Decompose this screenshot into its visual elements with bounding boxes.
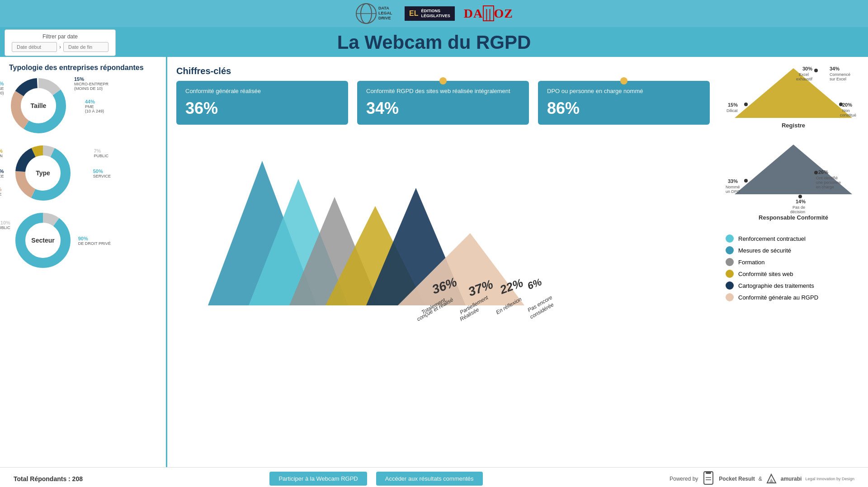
date-start-input[interactable] [12, 42, 57, 52]
filter-section: Filtrer par date › [5, 29, 116, 56]
kpi-1-value: 36% [185, 99, 339, 118]
type-donut: Type [14, 144, 72, 202]
left-panel-title: Typologie des entreprises répondantes [9, 64, 157, 72]
svg-point-51 [744, 103, 748, 106]
svg-rect-67 [706, 472, 711, 474]
svg-text:Type: Type [36, 169, 50, 177]
legend-color-2 [726, 258, 734, 266]
kpi-card-3: DPO ou personne en charge nommé 86% [538, 81, 710, 125]
bottom-bar: Total Répondants : 208 Participer à la W… [0, 467, 868, 487]
participer-button[interactable]: Participer à la Webcam RGPD [269, 472, 367, 486]
svg-text:Ont identifié: Ont identifié [816, 176, 838, 180]
secteur-section: 10% DE DROIT PUBLIC Secteur 90% DE DROIT… [9, 211, 157, 272]
kpi-card-1: Conformité générale réalisée 36% [176, 81, 348, 125]
responsable-triangle-svg: 33% Nommé un DPO 26% Ont identifié une p… [726, 140, 861, 199]
bottom-buttons: Participer à la Webcam RGPD Accéder aux … [269, 472, 482, 486]
type-donut-wrapper: 7% ASSOCIATION 17% COMMERCE 19% INDUSTRI… [9, 144, 157, 204]
svg-text:26%: 26% [818, 169, 828, 175]
kpi-card-2: Conformité RGPD des sites web réalisée i… [357, 81, 529, 125]
legend-color-3 [726, 270, 734, 278]
filter-title: Filtrer par date [12, 33, 108, 40]
legend-item-4: Cartographie des traitements [726, 281, 861, 290]
header-bar: DATA LEGAL DRIVE EL ÉDITIONSLÉGISLATIVES… [0, 0, 868, 27]
kpi-3-dot [620, 77, 627, 84]
pocket-result-label: Pocket Result [719, 476, 755, 482]
svg-text:30%: 30% [802, 66, 812, 71]
responsable-chart: 33% Nommé un DPO 26% Ont identifié une p… [726, 140, 861, 221]
pocket-result-icon [702, 471, 715, 487]
svg-point-63 [744, 179, 748, 183]
svg-text:6%: 6% [526, 276, 543, 291]
legend-item-1: Mesures de sécurité [726, 246, 861, 254]
filter-inputs: › [12, 42, 108, 52]
legend-label-3: Conformité sites web [738, 271, 793, 277]
kpi-3-title: DPO ou personne en charge nommé [547, 88, 701, 95]
registre-chart: 34% Commencé sur Excel 30% Excel exhaust… [726, 64, 861, 129]
svg-text:34%: 34% [830, 66, 840, 71]
type-section: 7% ASSOCIATION 17% COMMERCE 19% INDUSTRI… [9, 144, 157, 204]
secteur-donut: Secteur [14, 211, 72, 270]
amurabi-subtitle: Legal Innovation by Design [805, 477, 854, 481]
svg-text:15%: 15% [728, 102, 738, 108]
total-repondants: Total Répondants : 208 [14, 475, 83, 482]
mountain-chart-svg: 36% 37% 22% 6% Totalement conçue et réal… [172, 134, 524, 319]
legend-item-0: Renforcement contractuel [726, 234, 861, 243]
legend-label-2: Formation [738, 259, 765, 266]
secteur-donut-wrapper: 10% DE DROIT PUBLIC Secteur 90% DE DROIT… [9, 211, 157, 272]
amurabi-label: amurabi [781, 476, 802, 482]
svg-text:Secteur: Secteur [31, 237, 55, 244]
registre-title: Registre [726, 122, 861, 129]
svg-text:Non: Non [842, 108, 850, 113]
amurabi-icon [766, 473, 777, 484]
legend-item-3: Conformité sites web [726, 270, 861, 278]
svg-text:20%: 20% [842, 102, 852, 108]
responsable-title: Responsable Conformité [726, 214, 861, 221]
taille-donut-wrapper: 15% GRANDE ENTREPRISE(> 5 000) 25% ETI(2… [9, 76, 157, 137]
svg-marker-52 [735, 145, 852, 194]
kpi-1-title: Conformité générale réalisée [185, 88, 339, 95]
legend-color-0 [726, 234, 734, 243]
mountain-chart-area: 36% 37% 22% 6% Totalement conçue et réal… [172, 134, 714, 323]
svg-text:Taille: Taille [31, 102, 47, 109]
legend-list: Renforcement contractuel Mesures de sécu… [726, 234, 861, 301]
and-text: & [759, 476, 762, 482]
legend-label-0: Renforcement contractuel [738, 235, 806, 242]
svg-text:constitué: constitué [840, 113, 856, 117]
legend-item-5: Conformité générale au RGPD [726, 293, 861, 301]
kpi-2-title: Conformité RGPD des sites web réalisée i… [366, 88, 520, 95]
svg-text:DATA: DATA [378, 6, 389, 10]
svg-text:décision: décision [790, 210, 805, 214]
svg-text:sur Excel: sur Excel [830, 77, 846, 81]
svg-text:Dilicat: Dilicat [726, 108, 738, 113]
legend-item-2: Formation [726, 258, 861, 266]
left-panel: Typologie des entreprises répondantes 15… [0, 57, 167, 467]
date-end-input[interactable] [63, 42, 108, 52]
svg-text:Pas de: Pas de [793, 205, 805, 210]
main-title: La Webcam du RGPD [0, 32, 868, 53]
dalloz-logo: DA||OZ [464, 6, 513, 21]
svg-text:33%: 33% [728, 178, 738, 184]
legend-color-1 [726, 246, 734, 254]
editions-logo: EL ÉDITIONSLÉGISLATIVES [405, 6, 455, 21]
legend-color-4 [726, 281, 734, 290]
svg-text:en charge: en charge [816, 185, 834, 189]
middle-area: Chiffres-clés Conformité générale réalis… [167, 57, 719, 467]
powered-by-section: Powered by Pocket Result & amurabi Legal… [670, 471, 854, 487]
svg-text:Excel: Excel [799, 72, 809, 77]
chiffres-cles-title: Chiffres-clés [172, 66, 714, 76]
svg-point-64 [814, 171, 818, 174]
main-title-bar: La Webcam du RGPD [0, 27, 868, 57]
svg-text:LEGAL: LEGAL [378, 11, 392, 15]
kpi-row: Conformité générale réalisée 36% Conform… [172, 81, 714, 125]
kpi-3-value: 86% [547, 99, 701, 118]
acceder-button[interactable]: Accéder aux résultats commentés [376, 472, 483, 486]
svg-point-65 [798, 195, 802, 198]
svg-point-49 [814, 69, 818, 72]
svg-text:14%: 14% [796, 199, 806, 204]
taille-section: 15% GRANDE ENTREPRISE(> 5 000) 25% ETI(2… [9, 76, 157, 137]
registre-triangle-svg: 34% Commencé sur Excel 30% Excel exhaust… [726, 64, 861, 122]
svg-text:Commencé: Commencé [830, 72, 850, 77]
legend-color-5 [726, 293, 734, 301]
header-logos: DATA LEGAL DRIVE EL ÉDITIONSLÉGISLATIVES… [355, 2, 513, 25]
legend-label-4: Cartographie des traitements [738, 282, 814, 289]
